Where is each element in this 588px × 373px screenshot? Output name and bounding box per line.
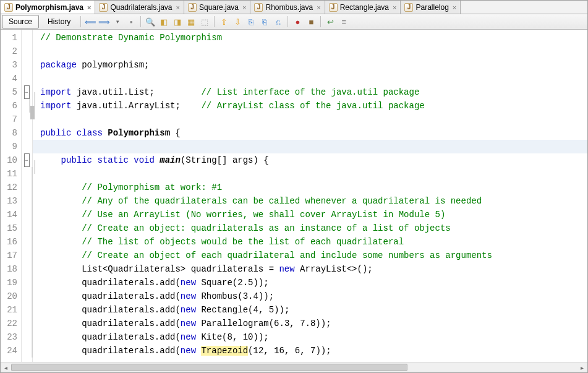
file-tab-4[interactable]: JRectangle.java× — [325, 1, 401, 14]
fold-cell — [22, 208, 32, 221]
scroll-right-icon[interactable]: ▸ — [577, 362, 587, 372]
record-macro-icon[interactable]: ● — [292, 16, 303, 27]
code-line[interactable]: quadrilaterals.add(new Trapezoid(12, 16,… — [33, 344, 587, 358]
editor-toolbar: Source History ⟸ ⟹ ▾ ▪ 🔍 ◧ ◨ ▦ ⬚ ⇧ ⇩ ⎘ ⎗… — [1, 14, 587, 30]
code-line[interactable]: // Create an object of each quadrilatera… — [33, 249, 587, 262]
nav-fwd-icon[interactable]: ⟹ — [98, 16, 109, 27]
fold-cell — [22, 58, 32, 72]
format-icon[interactable]: ⎌ — [273, 16, 284, 27]
find-prev-icon[interactable]: ◧ — [158, 16, 169, 27]
line-number: 10 — [1, 153, 21, 167]
code-line[interactable] — [33, 113, 587, 126]
fold-toggle-icon[interactable]: − — [24, 85, 30, 99]
line-number: 15 — [1, 221, 21, 235]
code-line[interactable] — [33, 140, 587, 153]
fold-cell — [22, 181, 32, 194]
uncomment-icon[interactable]: ⎗ — [259, 16, 270, 27]
comment-icon[interactable]: ⎘ — [245, 16, 257, 27]
fold-cell — [22, 317, 32, 330]
nav-back-icon[interactable]: ⟸ — [85, 16, 96, 27]
highlight-icon[interactable]: ▦ — [185, 16, 197, 27]
close-icon[interactable]: × — [86, 4, 91, 11]
wrap-icon[interactable]: ↩ — [325, 16, 336, 27]
fold-cell — [22, 31, 32, 45]
line-number: 13 — [1, 194, 21, 208]
code-line[interactable]: import java.util.ArrayList; // ArrayList… — [33, 99, 587, 113]
file-tab-label: Parallelog — [415, 3, 448, 12]
code-line[interactable]: // Demonstrate Dynamic Polymorphism — [33, 31, 587, 45]
fold-cell — [22, 72, 32, 85]
line-number: 9 — [1, 140, 21, 153]
find-icon[interactable]: 🔍 — [145, 16, 156, 27]
code-line[interactable]: import java.util.List; // List interface… — [33, 85, 587, 99]
line-number: 7 — [1, 113, 21, 126]
find-next-icon[interactable]: ◨ — [172, 16, 183, 27]
line-number: 3 — [1, 58, 21, 72]
code-line[interactable]: quadrilaterals.add(new Square(2.5)); — [33, 276, 587, 289]
file-tab-label: Polymorphism.java — [15, 3, 83, 12]
close-icon[interactable]: × — [391, 4, 396, 11]
code-line[interactable]: quadrilaterals.add(new Rhombus(3.4)); — [33, 289, 587, 303]
separator — [214, 16, 215, 27]
file-tab-1[interactable]: JQuadrilaterals.java× — [95, 1, 184, 14]
close-icon[interactable]: × — [175, 4, 180, 11]
file-tab-0[interactable]: JPolymorphism.java× — [1, 1, 95, 14]
code-line[interactable]: quadrilaterals.add(new Kite(8, 10)); — [33, 330, 587, 344]
file-tab-label: Square.java — [199, 3, 239, 12]
history-tab[interactable]: History — [41, 15, 77, 28]
source-tab[interactable]: Source — [2, 15, 39, 28]
code-line[interactable] — [33, 167, 587, 181]
fold-toggle-icon[interactable]: − — [24, 153, 30, 167]
code-line[interactable]: // Use an ArrayList (No worries, we shal… — [33, 208, 587, 221]
fold-cell — [22, 276, 32, 289]
close-icon[interactable]: × — [315, 4, 320, 11]
fold-cell[interactable]: − — [22, 153, 32, 167]
code-line[interactable]: List<Quadrilaterals> quadrilaterals = ne… — [33, 262, 587, 276]
file-tab-3[interactable]: JRhombus.java× — [250, 1, 325, 14]
shift-down-icon[interactable]: ⇩ — [232, 16, 243, 27]
code-line[interactable]: public class Polymorphism { — [33, 126, 587, 140]
code-line[interactable]: package polymorphism; — [33, 58, 587, 72]
scroll-left-icon[interactable]: ◂ — [1, 362, 11, 372]
file-tab-5[interactable]: JParallelog× — [401, 1, 461, 14]
code-line[interactable]: quadrilaterals.add(new Rectangle(4, 5)); — [33, 303, 587, 317]
scroll-thumb[interactable] — [11, 364, 407, 371]
fold-cell — [22, 249, 32, 262]
code-line[interactable]: // Polymorphism at work: #1 — [33, 181, 587, 194]
line-number: 22 — [1, 317, 21, 330]
line-number-gutter[interactable]: 123456789101112131415161718192021222324 — [1, 30, 22, 362]
code-editor[interactable]: // Demonstrate Dynamic Polymorphismpacka… — [33, 30, 587, 362]
code-line[interactable]: // Create an object: quadrilaterals as a… — [33, 221, 587, 235]
fold-cell[interactable]: − — [22, 85, 32, 99]
save-icon[interactable]: ▪ — [126, 16, 137, 27]
code-line[interactable] — [33, 45, 587, 58]
fold-cell — [22, 344, 32, 358]
code-line[interactable]: // The list of objects would be the list… — [33, 235, 587, 249]
scroll-track[interactable] — [11, 362, 577, 372]
line-number: 23 — [1, 330, 21, 344]
line-number: 1 — [1, 31, 21, 45]
code-line[interactable]: public static void main(String[] args) { — [33, 153, 587, 167]
close-icon[interactable]: × — [241, 4, 246, 11]
dropdown-icon[interactable]: ▾ — [112, 16, 123, 27]
horizontal-scrollbar[interactable]: ◂ ▸ — [1, 362, 587, 372]
fold-cell — [22, 113, 32, 126]
line-number: 20 — [1, 289, 21, 303]
shift-up-icon[interactable]: ⇧ — [218, 16, 229, 27]
stop-macro-icon[interactable]: ■ — [305, 16, 317, 27]
file-tab-2[interactable]: JSquare.java× — [184, 1, 250, 14]
select-icon[interactable]: ⬚ — [199, 16, 210, 27]
ruler-icon[interactable]: ≡ — [338, 16, 349, 27]
code-line[interactable]: // Any of the quadrilaterals can be call… — [33, 194, 587, 208]
separator — [80, 16, 81, 27]
code-line[interactable] — [33, 72, 587, 85]
fold-gutter[interactable]: −− — [22, 30, 33, 362]
file-tab-label: Rectangle.java — [340, 3, 389, 12]
line-number: 24 — [1, 344, 21, 358]
fold-cell — [22, 289, 32, 303]
fold-cell — [22, 140, 32, 153]
separator — [140, 16, 141, 27]
separator — [320, 16, 321, 27]
close-icon[interactable]: × — [451, 4, 456, 11]
code-line[interactable]: quadrilaterals.add(new Parallelogram(6.3… — [33, 317, 587, 330]
